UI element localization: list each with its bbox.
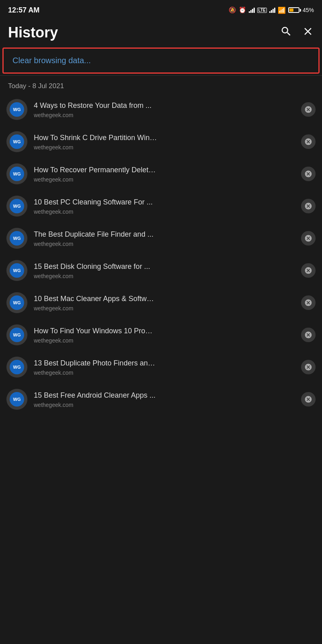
- page-title: History: [8, 24, 58, 41]
- remove-button[interactable]: [301, 231, 316, 246]
- history-url: wethegeek.com: [34, 402, 295, 408]
- list-item[interactable]: WG 10 Best PC Cleaning Software For ... …: [0, 190, 322, 222]
- alarm-icon: ⏰: [239, 6, 246, 14]
- list-item[interactable]: WG 4 Ways to Restore Your Data from ... …: [0, 93, 322, 126]
- lte-icon: LTE: [257, 8, 267, 13]
- favicon-container: WG: [6, 324, 27, 345]
- favicon-container: WG: [6, 228, 27, 249]
- list-item[interactable]: WG How To Recover Permanently Delet… wet…: [0, 158, 322, 190]
- favicon-icon: WG: [10, 102, 24, 117]
- favicon-icon: WG: [10, 295, 24, 310]
- history-url: wethegeek.com: [34, 369, 295, 376]
- favicon-container: WG: [6, 163, 27, 184]
- list-item[interactable]: WG 15 Best Disk Cloning Software for ...…: [0, 254, 322, 287]
- favicon-container: WG: [6, 131, 27, 152]
- history-title: 10 Best Mac Cleaner Apps & Softw…: [34, 294, 295, 304]
- history-url: wethegeek.com: [34, 305, 295, 312]
- favicon-container: WG: [6, 292, 27, 313]
- history-title: 15 Best Free Android Cleaner Apps ...: [34, 390, 295, 400]
- bell-muted-icon: 🔕: [229, 6, 236, 14]
- history-content: 15 Best Free Android Cleaner Apps ... we…: [34, 390, 295, 408]
- remove-button[interactable]: [301, 328, 316, 342]
- history-url: wethegeek.com: [34, 208, 295, 215]
- history-url: wethegeek.com: [34, 112, 295, 118]
- history-title: 15 Best Disk Cloning Software for ...: [34, 262, 295, 272]
- remove-button[interactable]: [301, 295, 316, 310]
- list-item[interactable]: WG 15 Best Free Android Cleaner Apps ...…: [0, 383, 322, 415]
- history-title: 4 Ways to Restore Your Data from ...: [34, 101, 295, 111]
- battery-container: 45%: [288, 7, 314, 13]
- favicon-container: WG: [6, 389, 27, 410]
- history-content: How To Find Your Windows 10 Pro… wethege…: [34, 326, 295, 343]
- status-icons: 🔕 ⏰ LTE 📶 45%: [229, 6, 314, 14]
- favicon-icon: WG: [10, 263, 24, 278]
- list-item[interactable]: WG 13 Best Duplicate Photo Finders an… w…: [0, 351, 322, 383]
- history-content: How To Shrink C Drive Partition Win… wet…: [34, 133, 295, 150]
- remove-button[interactable]: [301, 134, 316, 149]
- favicon-container: WG: [6, 357, 27, 378]
- battery-icon: [288, 7, 301, 13]
- favicon-icon: WG: [10, 231, 24, 246]
- history-url: wethegeek.com: [34, 337, 295, 344]
- history-content: 4 Ways to Restore Your Data from ... wet…: [34, 101, 295, 118]
- history-url: wethegeek.com: [34, 241, 295, 247]
- history-content: How To Recover Permanently Delet… wetheg…: [34, 165, 295, 182]
- history-title: How To Recover Permanently Delet…: [34, 165, 295, 175]
- favicon-container: WG: [6, 196, 27, 217]
- history-content: The Best Duplicate File Finder and ... w…: [34, 229, 295, 247]
- history-list: WG 4 Ways to Restore Your Data from ... …: [0, 93, 322, 415]
- favicon-icon: WG: [10, 167, 24, 181]
- history-url: wethegeek.com: [34, 144, 295, 151]
- signal2-icon: [269, 7, 275, 13]
- clear-browsing-data-container: Clear browsing data...: [2, 47, 320, 74]
- history-content: 10 Best PC Cleaning Software For ... wet…: [34, 197, 295, 215]
- history-title: 10 Best PC Cleaning Software For ...: [34, 197, 295, 207]
- history-content: 13 Best Duplicate Photo Finders an… weth…: [34, 358, 295, 376]
- list-item[interactable]: WG How To Find Your Windows 10 Pro… weth…: [0, 319, 322, 351]
- history-title: How To Shrink C Drive Partition Win…: [34, 133, 295, 143]
- remove-button[interactable]: [301, 102, 316, 117]
- section-divider: [0, 75, 322, 76]
- favicon-container: WG: [6, 260, 27, 281]
- favicon-container: WG: [6, 99, 27, 120]
- header: History: [0, 19, 322, 47]
- header-actions: [280, 25, 314, 40]
- remove-button[interactable]: [301, 360, 316, 374]
- favicon-icon: WG: [10, 199, 24, 213]
- history-title: 13 Best Duplicate Photo Finders an…: [34, 358, 295, 368]
- remove-button[interactable]: [301, 263, 316, 278]
- close-icon[interactable]: [302, 25, 314, 40]
- favicon-icon: WG: [10, 360, 24, 374]
- favicon-icon: WG: [10, 392, 24, 407]
- battery-percent: 45%: [303, 7, 314, 13]
- remove-button[interactable]: [301, 392, 316, 407]
- signal-icon: [249, 7, 255, 13]
- history-title: The Best Duplicate File Finder and ...: [34, 229, 295, 239]
- history-content: 15 Best Disk Cloning Software for ... we…: [34, 262, 295, 279]
- remove-button[interactable]: [301, 199, 316, 213]
- wifi-icon: 📶: [278, 6, 286, 14]
- favicon-icon: WG: [10, 134, 24, 149]
- favicon-icon: WG: [10, 328, 24, 342]
- list-item[interactable]: WG The Best Duplicate File Finder and ..…: [0, 222, 322, 254]
- status-time: 12:57 AM: [8, 6, 39, 14]
- history-title: How To Find Your Windows 10 Pro…: [34, 326, 295, 336]
- list-item[interactable]: WG How To Shrink C Drive Partition Win… …: [0, 126, 322, 158]
- remove-button[interactable]: [301, 167, 316, 181]
- search-icon[interactable]: [280, 25, 292, 40]
- clear-browsing-data-button[interactable]: Clear browsing data...: [6, 50, 316, 71]
- list-item[interactable]: WG 10 Best Mac Cleaner Apps & Softw… wet…: [0, 287, 322, 319]
- section-date: Today - 8 Jul 2021: [0, 77, 322, 93]
- history-url: wethegeek.com: [34, 273, 295, 279]
- history-url: wethegeek.com: [34, 176, 295, 183]
- history-content: 10 Best Mac Cleaner Apps & Softw… wetheg…: [34, 294, 295, 311]
- status-bar: 12:57 AM 🔕 ⏰ LTE 📶: [0, 0, 322, 19]
